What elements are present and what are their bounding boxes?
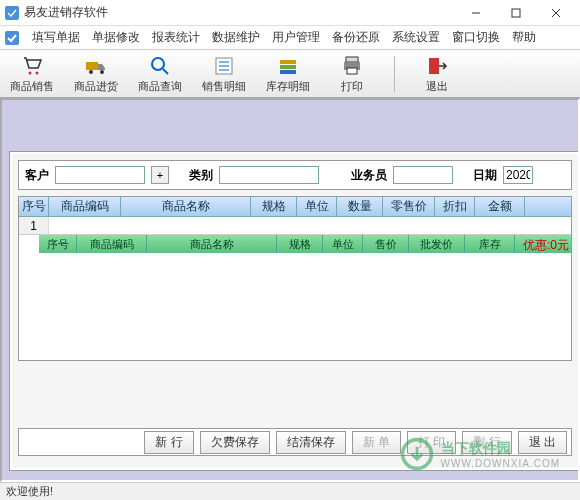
category-input[interactable]: [219, 166, 319, 184]
filter-bar: 客户 + 类别 业务员 日期: [18, 160, 572, 190]
customer-input[interactable]: [55, 166, 145, 184]
sub-col-6[interactable]: 批发价: [409, 235, 465, 253]
menu-item-单据修改[interactable]: 单据修改: [86, 28, 146, 46]
toolbar-label: 商品销售: [10, 79, 54, 94]
main-col-0[interactable]: 序号: [19, 197, 49, 216]
close-button[interactable]: [536, 1, 576, 25]
svg-point-4: [36, 71, 39, 74]
action-删行: 删 行: [462, 431, 511, 454]
sub-col-0[interactable]: 序号: [39, 235, 77, 253]
svg-rect-13: [346, 57, 358, 62]
svg-rect-15: [347, 68, 357, 74]
main-col-2[interactable]: 商品名称: [121, 197, 251, 216]
toolbar-list-button[interactable]: 销售明细: [198, 52, 250, 96]
table-row[interactable]: 1: [19, 217, 571, 235]
svg-point-8: [152, 58, 164, 70]
app-icon: [4, 5, 20, 21]
toolbar-label: 商品查询: [138, 79, 182, 94]
promo-text: 优惠:0元: [523, 237, 569, 254]
menu-bar: 填写单据单据修改报表统计数据维护用户管理备份还原系统设置窗口切换帮助: [0, 26, 580, 50]
toolbar-printer-button[interactable]: 打印: [326, 52, 378, 96]
minimize-button[interactable]: [456, 1, 496, 25]
svg-rect-11: [280, 65, 296, 69]
toolbar: 商品销售商品进货商品查询销售明细库存明细打印退出: [0, 50, 580, 98]
action-bar: 新 行欠费保存结清保存新 单打 印删 行退 出: [18, 428, 572, 456]
date-label: 日期: [473, 167, 497, 184]
svg-point-7: [100, 70, 104, 74]
work-area: 客户 + 类别 业务员 日期 序号商品编码商品名称规格单位数量零售价折扣金额 1…: [0, 98, 580, 482]
menu-item-备份还原[interactable]: 备份还原: [326, 28, 386, 46]
action-结清保存[interactable]: 结清保存: [276, 431, 346, 454]
document-panel: 客户 + 类别 业务员 日期 序号商品编码商品名称规格单位数量零售价折扣金额 1…: [10, 152, 578, 470]
doc-icon: [4, 30, 20, 46]
svg-point-6: [89, 70, 93, 74]
stack-icon: [276, 54, 300, 78]
action-打印: 打 印: [407, 431, 456, 454]
menu-item-窗口切换[interactable]: 窗口切换: [446, 28, 506, 46]
sub-col-5[interactable]: 售价: [363, 235, 409, 253]
toolbar-label: 退出: [426, 79, 448, 94]
category-label: 类别: [189, 167, 213, 184]
window-title: 易友进销存软件: [24, 4, 456, 21]
title-bar: 易友进销存软件: [0, 0, 580, 26]
toolbar-label: 销售明细: [202, 79, 246, 94]
salesman-label: 业务员: [351, 167, 387, 184]
svg-rect-12: [280, 70, 296, 74]
sub-col-2[interactable]: 商品名称: [147, 235, 277, 253]
window-controls: [456, 1, 576, 25]
list-icon: [212, 54, 236, 78]
menu-item-用户管理[interactable]: 用户管理: [266, 28, 326, 46]
main-grid-header: 序号商品编码商品名称规格单位数量零售价折扣金额: [19, 197, 571, 217]
action-欠费保存[interactable]: 欠费保存: [200, 431, 270, 454]
toolbar-search-button[interactable]: 商品查询: [134, 52, 186, 96]
add-customer-button[interactable]: +: [151, 166, 169, 184]
action-退出[interactable]: 退 出: [518, 431, 567, 454]
search-icon: [148, 54, 172, 78]
printer-icon: [340, 54, 364, 78]
cart-icon: [20, 54, 44, 78]
toolbar-label: 打印: [341, 79, 363, 94]
row-number-cell: 1: [19, 217, 49, 234]
action-新行[interactable]: 新 行: [144, 431, 193, 454]
main-col-7[interactable]: 折扣: [435, 197, 475, 216]
main-col-8[interactable]: 金额: [475, 197, 525, 216]
main-col-5[interactable]: 数量: [337, 197, 383, 216]
sub-col-7[interactable]: 库存: [465, 235, 515, 253]
sub-col-3[interactable]: 规格: [277, 235, 323, 253]
main-col-6[interactable]: 零售价: [383, 197, 435, 216]
toolbar-cart-button[interactable]: 商品销售: [6, 52, 58, 96]
svg-rect-5: [86, 62, 98, 70]
svg-rect-2: [5, 31, 19, 45]
status-text: 欢迎使用!: [6, 484, 53, 499]
sub-col-1[interactable]: 商品编码: [77, 235, 147, 253]
svg-rect-0: [5, 6, 19, 20]
menu-item-帮助[interactable]: 帮助: [506, 28, 542, 46]
toolbar-label: 库存明细: [266, 79, 310, 94]
menu-item-报表统计[interactable]: 报表统计: [146, 28, 206, 46]
customer-label: 客户: [25, 167, 49, 184]
menu-item-系统设置[interactable]: 系统设置: [386, 28, 446, 46]
svg-rect-16: [429, 58, 439, 74]
menu-item-填写单据[interactable]: 填写单据: [26, 28, 86, 46]
maximize-button[interactable]: [496, 1, 536, 25]
main-grid: 序号商品编码商品名称规格单位数量零售价折扣金额 1 序号商品编码商品名称规格单位…: [18, 196, 572, 361]
svg-rect-1: [512, 9, 520, 17]
toolbar-label: 商品进货: [74, 79, 118, 94]
main-col-1[interactable]: 商品编码: [49, 197, 121, 216]
toolbar-stack-button[interactable]: 库存明细: [262, 52, 314, 96]
toolbar-truck-button[interactable]: 商品进货: [70, 52, 122, 96]
date-input[interactable]: [503, 166, 533, 184]
menu-item-数据维护[interactable]: 数据维护: [206, 28, 266, 46]
salesman-input[interactable]: [393, 166, 453, 184]
main-col-4[interactable]: 单位: [297, 197, 337, 216]
sub-col-4[interactable]: 单位: [323, 235, 363, 253]
truck-icon: [84, 54, 108, 78]
toolbar-exit-button[interactable]: 退出: [411, 52, 463, 96]
action-新单: 新 单: [352, 431, 401, 454]
svg-point-3: [29, 71, 32, 74]
main-col-3[interactable]: 规格: [251, 197, 297, 216]
svg-rect-10: [280, 60, 296, 64]
exit-icon: [425, 54, 449, 78]
sub-grid-header: 序号商品编码商品名称规格单位售价批发价库存: [39, 235, 571, 253]
status-bar: 欢迎使用!: [0, 482, 580, 500]
